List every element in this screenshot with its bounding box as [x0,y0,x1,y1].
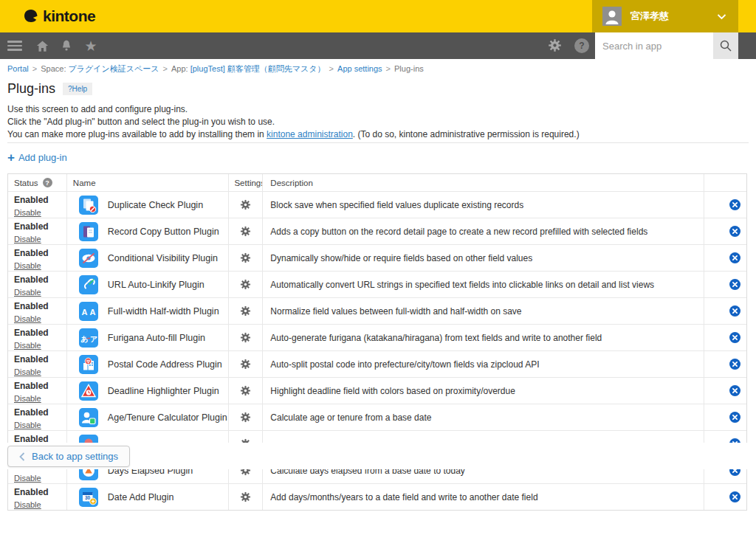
status-cell: Enabled Disable [8,218,67,244]
remove-plugin-icon[interactable] [729,305,740,317]
record-copy-icon [79,222,98,241]
plugin-settings-gear-icon[interactable] [240,359,251,370]
name-cell: AA Full-width Half-width Plugin [67,298,230,324]
remove-plugin-icon[interactable] [729,412,740,423]
search-button[interactable] [713,32,738,59]
disable-link[interactable]: Disable [14,207,41,218]
settings-cell [229,218,263,244]
remove-cell [704,404,746,430]
kintone-logo[interactable]: kintone [22,0,95,32]
name-cell: Age/Tenure Calculator Plugin [67,404,230,430]
remove-plugin-icon[interactable] [729,226,740,237]
disable-link[interactable]: Disable [14,314,41,324]
plugin-settings-gear-icon[interactable] [240,199,251,210]
back-to-app-settings-button[interactable]: Back to app settings [7,446,130,467]
description-cell: Adds a copy button on the record detail … [263,218,704,244]
settings-cell [229,325,263,350]
search-input[interactable] [595,32,713,59]
description-cell: Auto-generate furigana (katakana/hiragan… [263,325,704,350]
plugin-settings-gear-icon[interactable] [240,412,251,423]
breadcrumb-link[interactable]: Portal [7,64,29,73]
status-enabled-label: Enabled [14,354,66,364]
kintone-plugins-page: kintone 宮澤孝慈 ★ [0,0,756,546]
plugin-settings-gear-icon[interactable] [240,491,251,502]
plugin-settings-gear-icon[interactable] [240,252,251,263]
plugin-name: Full-width Half-width Plugin [108,306,219,317]
plugin-settings-gear-icon[interactable] [240,305,251,317]
disable-link[interactable]: Disable [14,473,41,483]
description-cell: Block save when specified field values d… [263,192,704,218]
remove-plugin-icon[interactable] [729,252,740,263]
disable-link[interactable]: Disable [14,340,41,350]
disable-link[interactable]: Disable [14,393,41,404]
status-cell: Enabled Disable [8,484,67,510]
plugin-name: Age/Tenure Calculator Plugin [108,412,227,423]
remove-plugin-icon[interactable] [729,199,740,210]
plugin-settings-gear-icon[interactable] [240,226,251,237]
remove-cell [704,298,746,324]
name-cell: Record Copy Button Plugin [67,218,230,244]
intro-line-2: Click the "Add plug-in" button and selec… [7,116,580,128]
disable-link[interactable]: Disable [14,367,41,377]
status-cell: Enabled Disable [8,245,67,271]
kintone-logo-text: kintone [43,7,95,25]
intro-line-1: Use this screen to add and configure plu… [7,103,580,116]
settings-cell [229,192,263,218]
intro-line-3-before: You can make more plug-ins available to … [7,129,267,139]
disable-link[interactable]: Disable [14,260,41,271]
status-enabled-label: Enabled [14,328,66,338]
disable-link[interactable]: Disable [14,500,41,510]
svg-text:A: A [81,307,87,316]
name-cell: Postal Code Address Plugin [67,351,230,377]
settings-gear-icon[interactable] [548,38,562,55]
remove-plugin-icon[interactable] [729,491,740,502]
breadcrumb-link[interactable]: App settings [337,64,382,73]
plugin-settings-gear-icon[interactable] [240,279,251,290]
svg-text:A: A [89,307,95,316]
disable-link[interactable]: Disable [14,287,41,297]
favorites-star-icon[interactable]: ★ [83,38,98,53]
header-description: Description [263,174,704,191]
magnifier-icon [719,39,732,52]
settings-cell [229,484,263,510]
furigana-icon: あア [79,328,98,348]
plugin-table-row: Enabled Disable AA Full-width Half-width… [8,297,746,324]
plugin-table-row: Enabled Disable Duplicate Check Plugin B… [8,191,746,218]
help-badge[interactable]: ?Help [63,83,92,95]
remove-cell [704,272,746,297]
hamburger-menu-icon[interactable] [7,41,22,51]
disable-link[interactable]: Disable [14,234,41,244]
remove-plugin-icon[interactable] [729,279,740,290]
remove-plugin-icon[interactable] [729,359,740,370]
plugin-name: URL Auto-Linkify Plugin [108,280,205,290]
plugin-settings-gear-icon[interactable] [240,332,251,343]
disable-link[interactable]: Disable [14,420,41,430]
remove-cell [704,325,746,350]
kintone-administration-link[interactable]: kintone administration [267,129,353,139]
header-settings: Settings [229,174,263,191]
status-cell: Enabled Disable [8,298,67,324]
plugin-table-header: Status ? Name Settings Description [8,174,746,191]
remove-plugin-icon[interactable] [729,332,740,343]
plugin-table-row: Enabled Disable あア Furigana Auto-fill Pl… [8,324,746,350]
plugin-name: Record Copy Button Plugin [108,227,219,237]
plugin-name: Conditional Visibility Plugin [108,253,218,263]
global-navbar: ★ ? [0,32,756,59]
user-menu[interactable]: 宮澤孝慈 [592,0,738,32]
divider [7,142,749,143]
breadcrumb-link[interactable]: [plugTest] 顧客管理（顧問先マスタ） [190,64,326,73]
date-add-icon: 30 [79,488,98,507]
breadcrumb-separator: > [386,64,391,73]
intro-line-3: You can make more plug-ins available to … [7,128,580,141]
home-icon[interactable] [35,38,49,53]
notification-bell-icon[interactable] [59,38,74,53]
help-icon[interactable]: ? [574,38,589,53]
add-plugin-button[interactable]: + Add plug-in [7,152,67,163]
deadline-icon [79,381,98,401]
description-cell: Normalize field values between full-widt… [263,298,704,324]
remove-cell [704,378,746,404]
status-help-icon[interactable]: ? [43,178,52,187]
breadcrumb-link[interactable]: プラグイン検証スペース [69,64,159,73]
plugin-settings-gear-icon[interactable] [240,385,251,396]
remove-plugin-icon[interactable] [729,385,740,396]
